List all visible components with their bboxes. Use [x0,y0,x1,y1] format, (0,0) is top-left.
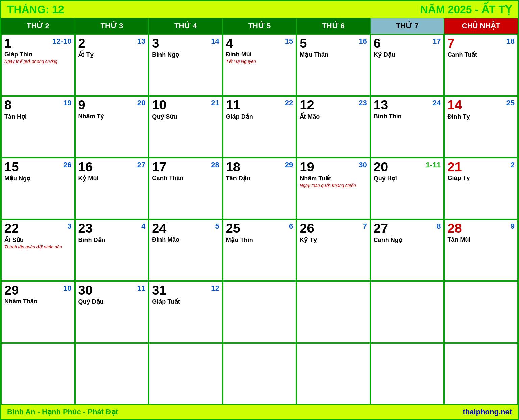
solar-day: 23 [78,222,93,235]
calendar-cell [1,343,75,405]
calendar-cell: 314Bính Ngọ [149,34,223,96]
lunar-name: Quý Hợi [374,175,441,182]
lunar-name: Tân Hợi [4,113,72,120]
lunar-name: Nhâm Thân [4,298,72,305]
day-header-thứ-4: THỨ 4 [149,18,223,34]
calendar-grid: 112-10Giáp ThìnNgày thế giới phòng chống… [1,34,518,405]
solar-day: 31 [152,284,166,297]
lunar-name: Mậu Thìn [226,236,293,244]
lunar-number: 17 [432,37,441,46]
solar-day: 29 [4,284,19,297]
solar-day: 26 [300,222,314,235]
lunar-name: Giáp Tuất [152,298,219,305]
cell-note: Tết Hạ Nguyên [226,59,293,64]
calendar-cell: 201-11Quý Hợi [370,158,444,220]
lunar-name: Mậu Ngọ [4,175,72,182]
lunar-name: Kỷ Tỵ [300,236,367,244]
calendar-cell: 1829Tân Dậu [223,158,297,220]
lunar-name: Giáp Dần [226,113,293,120]
calendar-cell: 516Mậu Thân [296,34,370,96]
solar-day: 14 [447,99,462,112]
solar-day: 28 [447,222,462,235]
lunar-name: Nhâm Tý [78,113,146,120]
calendar-cell: 1223Ất Mão [296,96,370,158]
lunar-name: Ất Sửu [4,236,72,244]
solar-day: 19 [300,160,314,173]
calendar-cell: 920Nhâm Tý [75,96,149,158]
calendar-cell: 1526Mậu Ngọ [1,158,75,220]
thang-label: THÁNG: 12 [7,3,64,16]
solar-day: 12 [300,99,314,112]
lunar-number: 23 [359,99,367,107]
lunar-number: 12 [211,284,219,293]
solar-day: 27 [374,222,388,235]
lunar-name: Ất Tỵ [78,51,146,58]
solar-day: 22 [4,222,19,235]
day-header-thứ-7: THỨ 7 [370,18,444,34]
solar-day: 8 [4,99,11,112]
footer-right: thaiphong.net [463,407,512,416]
calendar-cell: 718Canh Tuất [444,34,518,96]
calendar-cell: 267Kỷ Tỵ [296,219,370,281]
solar-day: 4 [226,37,233,50]
calendar-cell: 3011Quý Dậu [75,281,149,343]
solar-day: 24 [152,222,166,235]
solar-day: 5 [300,37,307,50]
lunar-number: 2 [511,160,515,169]
lunar-name: Canh Tuất [447,51,515,58]
lunar-number: 11 [137,284,145,293]
lunar-number: 30 [359,160,367,169]
bottom-bar: Bình An - Hạnh Phúc - Phát Đạt thaiphong… [1,405,518,419]
lunar-name: Đinh Tỵ [447,113,515,120]
lunar-number: 26 [63,160,71,169]
calendar-cell: 289Tân Mùi [444,219,518,281]
calendar-cell: 3112Giáp Tuất [149,281,223,343]
calendar-wrapper: THÁNG: 12 NĂM 2025 - ẤT TỴ THỨ 2THỨ 3THỨ… [0,0,519,420]
calendar-cell: 1728Canh Thân [149,158,223,220]
solar-day: 3 [152,37,159,50]
lunar-name: Bính Dần [78,236,146,244]
solar-day: 25 [226,222,240,235]
calendar-cell [370,343,444,405]
lunar-name: Tân Mùi [447,236,515,243]
calendar-cell [370,281,444,343]
lunar-number: 21 [211,99,219,107]
lunar-name: Quý Dậu [78,298,146,305]
lunar-number: 14 [211,37,219,46]
lunar-number: 10 [63,284,71,293]
calendar-cell [444,343,518,405]
nam-label: NĂM 2025 - ẤT TỴ [420,3,512,16]
day-header-thứ-6: THỨ 6 [296,18,370,34]
lunar-number: 24 [432,99,441,107]
lunar-name: Canh Ngọ [374,236,441,244]
lunar-number: 8 [437,222,441,231]
footer-left: Bình An - Hạnh Phúc - Phát Đạt [7,407,118,416]
cell-note: Thành lập quân đội nhân dân [4,244,72,249]
lunar-number: 9 [511,222,515,231]
calendar-cell [75,343,149,405]
cell-note: Ngày thế giới phòng chống [4,59,72,64]
lunar-number: 13 [137,37,145,46]
day-header-thứ-2: THỨ 2 [1,18,75,34]
lunar-name: Giáp Tý [447,175,515,182]
lunar-number: 20 [137,99,145,107]
calendar-cell [223,343,297,405]
calendar-cell: 112-10Giáp ThìnNgày thế giới phòng chống [1,34,75,96]
day-header-chủ-nhật: CHỦ NHẬT [444,18,518,34]
solar-day: 21 [447,160,462,173]
lunar-number: 6 [289,222,293,231]
solar-day: 2 [78,37,85,50]
calendar-cell: 617Kỷ Dậu [370,34,444,96]
solar-day: 15 [4,160,19,173]
lunar-name: Ất Mão [300,113,367,120]
lunar-number: 28 [211,160,219,169]
calendar-cell [296,343,370,405]
day-header-thứ-3: THỨ 3 [75,18,149,34]
lunar-name: Mậu Thân [300,51,367,58]
calendar-cell [223,281,297,343]
calendar-cell: 256Mậu Thìn [223,219,297,281]
lunar-name: Đinh Mùi [226,51,293,58]
lunar-name: Bính Ngọ [152,51,219,58]
calendar-cell: 1930Nhâm TuấtNgày toàn quốc kháng chiến [296,158,370,220]
lunar-name: Đinh Mão [152,236,219,243]
